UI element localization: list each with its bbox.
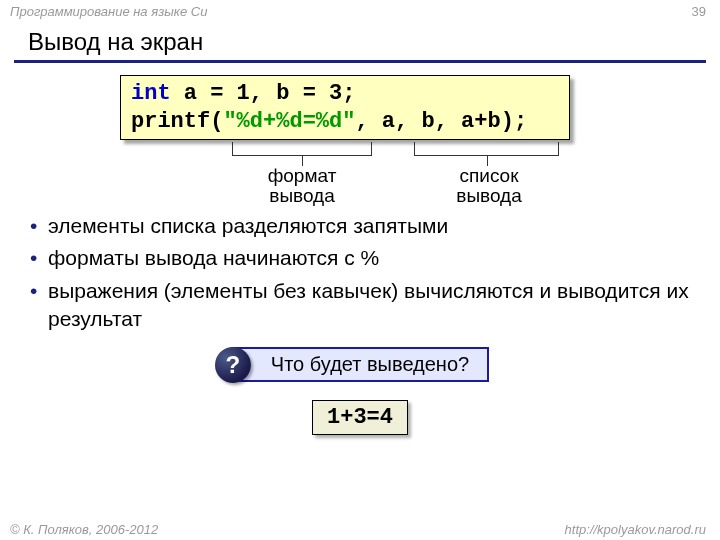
annotation-row: форматвывода списоквывода xyxy=(0,142,720,200)
bracket-left xyxy=(232,142,372,156)
question-icon: ? xyxy=(215,347,251,383)
list-item: форматы вывода начинаются с % xyxy=(30,244,720,272)
title-rule xyxy=(14,60,706,63)
code-box: int a = 1, b = 3; printf("%d+%d=%d", a, … xyxy=(120,75,570,140)
bullet-list: элементы списка разделяются запятыми фор… xyxy=(30,212,720,333)
list-item: выражения (элементы без кавычек) вычисля… xyxy=(30,277,720,334)
course-label: Программирование на языке Си xyxy=(10,4,207,19)
list-item: элементы списка разделяются запятыми xyxy=(30,212,720,240)
header-band: Программирование на языке Си 39 xyxy=(0,0,720,22)
answer-box: 1+3=4 xyxy=(312,400,408,435)
code-args: , a, b, a+b); xyxy=(355,109,527,134)
page-number: 39 xyxy=(692,4,706,19)
code-fn: printf( xyxy=(131,109,223,134)
page-title: Вывод на экран xyxy=(0,22,720,60)
footer-url: http://kpolyakov.narod.ru xyxy=(565,522,706,537)
question-box: ? Что будет выведено? xyxy=(231,347,489,382)
question-text: Что будет выведено? xyxy=(271,353,469,375)
annot-right: списоквывода xyxy=(424,166,554,206)
footer-copyright: © К. Поляков, 2006-2012 xyxy=(10,522,158,537)
code-kw: int xyxy=(131,81,171,106)
footer-band: © К. Поляков, 2006-2012 http://kpolyakov… xyxy=(0,518,720,540)
annot-left: форматвывода xyxy=(232,166,372,206)
answer-row: 1+3=4 xyxy=(0,400,720,435)
question-row: ? Что будет выведено? xyxy=(0,347,720,382)
code-l1-rest: a = 1, b = 3; xyxy=(171,81,356,106)
bracket-right xyxy=(414,142,559,156)
code-str: "%d+%d=%d" xyxy=(223,109,355,134)
